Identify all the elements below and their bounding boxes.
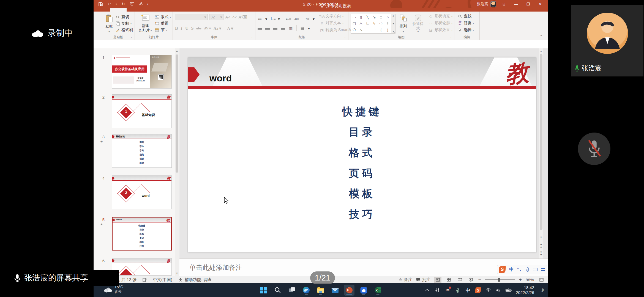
- shape-curve-icon[interactable]: ∼: [373, 28, 376, 32]
- comments-toggle-button[interactable]: 批注: [416, 277, 430, 282]
- shape-rounded-rect-icon[interactable]: ▢: [353, 21, 356, 25]
- shape-triangle-icon[interactable]: △: [359, 21, 362, 25]
- shape-elbow-icon[interactable]: ∟: [366, 21, 369, 25]
- excel-taskbar-icon[interactable]: X: [373, 285, 383, 296]
- clipboard-dialog-launcher-icon[interactable]: ⌟: [130, 36, 134, 39]
- touch-mode-icon[interactable]: [138, 2, 143, 7]
- font-name-combo[interactable]: ▾: [175, 14, 208, 20]
- select-button[interactable]: 选择▾: [458, 27, 478, 33]
- search-button[interactable]: [272, 285, 283, 296]
- ime-chinese-mode-icon[interactable]: 中: [509, 267, 514, 273]
- new-slide-button[interactable]: 新建幻灯片 ▾: [137, 13, 154, 34]
- text-shadow-button[interactable]: S: [191, 26, 193, 31]
- collapse-ribbon-icon[interactable]: ⌃: [540, 34, 543, 38]
- slide-list-item[interactable]: 格式: [188, 146, 536, 160]
- format-painter-button[interactable]: 格式刷: [115, 27, 133, 33]
- font-color-button[interactable]: A ▾: [227, 26, 233, 31]
- notes-placeholder[interactable]: 单击此处添加备注: [189, 263, 242, 272]
- shape-line-icon[interactable]: ╲: [367, 15, 369, 19]
- ime-mic-icon[interactable]: [526, 267, 530, 272]
- ime-keyboard-icon[interactable]: [533, 268, 537, 271]
- shape-scribble-icon[interactable]: ∿: [359, 28, 362, 32]
- meeting-app-icon[interactable]: [358, 285, 369, 296]
- zoom-level[interactable]: 88%: [526, 277, 534, 282]
- focus-assist-moon-icon[interactable]: ☾: [538, 287, 544, 293]
- strikethrough-button[interactable]: abc: [196, 26, 201, 31]
- copy-button[interactable]: 复制▾: [115, 21, 133, 27]
- underline-button[interactable]: U: [185, 26, 189, 31]
- font-dialog-launcher-icon[interactable]: ⌟: [251, 36, 254, 39]
- powerpoint-taskbar-icon[interactable]: P: [344, 285, 354, 296]
- accessibility-status[interactable]: 辅助功能: 调查: [178, 277, 212, 282]
- notes-toggle-button[interactable]: ≐备注: [399, 277, 412, 282]
- paragraph-dialog-launcher-icon[interactable]: ⌟: [344, 36, 347, 39]
- shape-right-brace-icon[interactable]: }: [387, 28, 388, 32]
- file-explorer-icon[interactable]: [315, 285, 326, 296]
- editor-scrollbar[interactable]: ▲ ▼ ▲▲ ▼▼: [539, 48, 543, 258]
- next-slide-button[interactable]: ▼▼: [539, 251, 543, 256]
- shape-down-arrow-icon[interactable]: ⇩: [386, 21, 389, 25]
- zoom-slider[interactable]: [485, 279, 515, 280]
- ime-toolbox-icon[interactable]: [541, 268, 545, 271]
- align-left-icon[interactable]: [258, 27, 262, 30]
- account-user[interactable]: 张浩宸: [477, 1, 496, 7]
- restore-button[interactable]: ❐: [524, 0, 532, 8]
- close-button[interactable]: ✕: [536, 0, 544, 8]
- sogou-ime-toolbar[interactable]: S 中 °，: [497, 265, 547, 274]
- weather-widget[interactable]: 15°C多云: [103, 285, 123, 294]
- shape-right-arrow-icon[interactable]: ⇨: [380, 21, 383, 25]
- paste-button[interactable]: 粘贴 ▾: [104, 13, 114, 34]
- cut-button[interactable]: ✂剪切: [115, 14, 133, 20]
- clear-formatting-icon[interactable]: A⌫: [238, 15, 247, 20]
- justify-icon[interactable]: [281, 27, 285, 30]
- fit-to-window-button[interactable]: [538, 277, 545, 283]
- battery-icon[interactable]: [506, 287, 512, 293]
- task-view-button[interactable]: [287, 285, 297, 296]
- scroll-down-icon[interactable]: ▼: [539, 236, 543, 239]
- normal-view-button[interactable]: [434, 277, 441, 283]
- section-button[interactable]: 节▾: [155, 27, 171, 33]
- drawing-dialog-launcher-icon[interactable]: ⌟: [450, 36, 453, 39]
- font-size-combo[interactable]: 32▾: [209, 14, 223, 20]
- gallery-down-icon[interactable]: ▼: [392, 23, 394, 25]
- shape-outline-button[interactable]: ▱形状轮廓▾: [429, 20, 452, 26]
- qat-customize-caret-icon[interactable]: ▾: [147, 3, 149, 6]
- scroll-up-icon[interactable]: ▲: [539, 50, 543, 53]
- layout-button[interactable]: 版式▾: [155, 14, 171, 20]
- slide-sorter-view-button[interactable]: [445, 277, 452, 283]
- shape-left-brace-icon[interactable]: {: [380, 28, 381, 32]
- shapes-gallery-scrollbar[interactable]: ▲ ▼ ▼̲: [391, 14, 395, 34]
- add-remove-columns-icon[interactable]: ▤: [300, 26, 305, 31]
- zoom-out-button[interactable]: −: [478, 277, 481, 283]
- scroll-down-icon[interactable]: ▼: [175, 272, 179, 275]
- save-icon[interactable]: [98, 2, 103, 7]
- reset-button[interactable]: 重置: [155, 21, 171, 27]
- gallery-up-icon[interactable]: ▲: [392, 15, 394, 17]
- volume-icon[interactable]: [495, 287, 501, 293]
- replace-button[interactable]: abac替换▾: [458, 20, 478, 26]
- slide-list-item[interactable]: 页码: [188, 166, 536, 180]
- shape-textbox-icon[interactable]: ▭: [353, 15, 356, 19]
- mail-icon[interactable]: [330, 285, 340, 296]
- scroll-up-icon[interactable]: ▲: [175, 50, 179, 52]
- sogou-logo-icon[interactable]: S: [499, 266, 506, 273]
- shape-arrow-line-icon[interactable]: ↘: [373, 15, 376, 19]
- slideshow-view-button[interactable]: [467, 277, 474, 283]
- tray-mic-icon[interactable]: [455, 287, 461, 293]
- zoom-slider-thumb[interactable]: [498, 278, 500, 282]
- im-notification-icon[interactable]: IM: [444, 287, 451, 293]
- decrease-indent-icon[interactable]: ⇤≡: [286, 17, 291, 21]
- muted-mic-button[interactable]: [578, 133, 610, 165]
- ribbon-display-options-icon[interactable]: ⌸: [500, 0, 508, 8]
- shape-oval-icon[interactable]: ○: [387, 15, 389, 19]
- slide-list-item[interactable]: 模板: [188, 187, 536, 201]
- align-center-icon[interactable]: [265, 27, 270, 30]
- character-spacing-button[interactable]: AV ▾: [204, 26, 211, 31]
- grow-font-icon[interactable]: A˄: [225, 15, 230, 20]
- slide-list-item[interactable]: 快捷键: [188, 105, 536, 119]
- wifi-icon[interactable]: [485, 287, 491, 293]
- participant-video-tile[interactable]: 张浩宸: [571, 5, 643, 76]
- shape-freeform-icon[interactable]: ⬠: [353, 28, 356, 32]
- audio-mixer-icon[interactable]: [434, 287, 440, 293]
- numbering-icon[interactable]: ⒈≡: [270, 17, 275, 21]
